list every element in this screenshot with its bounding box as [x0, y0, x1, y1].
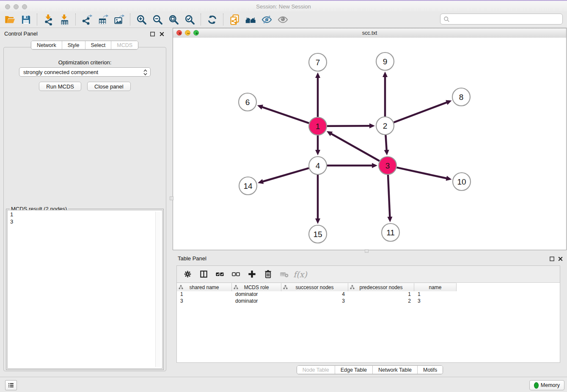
- show-all-button[interactable]: [275, 12, 291, 27]
- open-session-button[interactable]: [2, 12, 18, 27]
- export-network-button[interactable]: [79, 12, 95, 27]
- zoom-selected-button[interactable]: [182, 12, 198, 27]
- graph-node-11[interactable]: 11: [382, 224, 399, 241]
- vertical-splitter-handle[interactable]: [170, 196, 173, 200]
- search-field[interactable]: [440, 14, 563, 25]
- table-cell[interactable]: 2: [348, 298, 414, 305]
- zoom-out-button[interactable]: [149, 12, 165, 27]
- tab-motifs[interactable]: Motifs: [418, 366, 443, 374]
- column-header-name[interactable]: name: [414, 283, 457, 291]
- graph-node-9[interactable]: 9: [376, 52, 394, 70]
- search-icon: [443, 16, 450, 23]
- tab-mcds[interactable]: MCDS: [111, 41, 138, 49]
- graph-edge-2-3[interactable]: [384, 135, 389, 155]
- table-cell[interactable]: 3: [177, 298, 232, 305]
- graph-node-8[interactable]: 8: [452, 88, 470, 106]
- column-header-MCDS-role[interactable]: MCDS role: [232, 283, 281, 291]
- toolbar-separator: [223, 14, 223, 25]
- table-cell[interactable]: 1: [414, 291, 457, 298]
- column-settings-button[interactable]: [181, 268, 195, 281]
- select-all-columns-button[interactable]: [213, 268, 227, 281]
- graph-node-label: 3: [385, 161, 390, 170]
- graph-node-7[interactable]: 7: [309, 53, 327, 71]
- tab-network[interactable]: Network: [31, 41, 62, 49]
- graph-node-2[interactable]: 2: [376, 117, 394, 135]
- graph-edge-1-2[interactable]: [327, 123, 375, 128]
- import-network-button[interactable]: [40, 12, 56, 27]
- memory-button[interactable]: Memory: [529, 380, 564, 390]
- graph-edge-1-7[interactable]: [315, 72, 320, 117]
- horizontal-splitter-handle[interactable]: [365, 249, 369, 253]
- graph-edge-1-4[interactable]: [315, 135, 320, 155]
- control-panel-title: Control Panel: [4, 30, 38, 37]
- graph-node-14[interactable]: 14: [239, 177, 257, 195]
- criterion-select[interactable]: strongly connected component: [19, 67, 151, 77]
- split-table-button[interactable]: [197, 268, 211, 281]
- graph-node-15[interactable]: 15: [309, 225, 327, 243]
- table-cell[interactable]: 1: [177, 291, 232, 298]
- graph-edge-4-15[interactable]: [315, 175, 320, 224]
- run-mcds-button[interactable]: Run MCDS: [39, 82, 81, 91]
- table-cell[interactable]: 1: [348, 291, 414, 298]
- first-neighbors-icon: [245, 14, 256, 25]
- save-session-icon: [20, 14, 32, 25]
- graph-edge-3-10[interactable]: [396, 168, 451, 181]
- export-table-button[interactable]: [95, 12, 111, 27]
- table-cell[interactable]: dominator: [232, 291, 281, 298]
- graph-node-1[interactable]: 1: [309, 117, 327, 135]
- control-panel-tabs: NetworkStyleSelectMCDS: [31, 41, 138, 50]
- network-canvas[interactable]: 7968124314101511: [173, 38, 566, 250]
- close-panel-button[interactable]: Close panel: [87, 82, 131, 91]
- search-input[interactable]: [452, 16, 560, 23]
- graph-node-3[interactable]: 3: [379, 157, 396, 174]
- column-header-successor-nodes[interactable]: successor nodes: [281, 283, 348, 291]
- table-cell[interactable]: 3: [281, 298, 348, 305]
- graph-node-6[interactable]: 6: [239, 93, 256, 111]
- zoom-in-button[interactable]: [133, 12, 149, 27]
- float-panel-icon[interactable]: [149, 30, 156, 37]
- export-image-button[interactable]: [111, 12, 127, 27]
- graph-node-10[interactable]: 10: [453, 173, 471, 190]
- hide-selected-button[interactable]: [259, 12, 275, 27]
- zoom-fit-button[interactable]: [165, 12, 182, 27]
- export-image-icon: [113, 14, 125, 25]
- graph-edge-1-6[interactable]: [257, 105, 309, 123]
- zoom-out-icon: [152, 14, 163, 25]
- tab-network-table[interactable]: Network Table: [373, 366, 418, 374]
- import-table-button[interactable]: [56, 12, 72, 27]
- zoom-selected-icon: [184, 14, 195, 25]
- column-header-shared-name[interactable]: shared name: [177, 283, 232, 291]
- graph-edge-3-1[interactable]: [327, 131, 380, 161]
- tab-select[interactable]: Select: [85, 41, 112, 49]
- graph-edge-3-11[interactable]: [387, 175, 392, 222]
- graph-edge-2-9[interactable]: [383, 72, 388, 116]
- tab-style[interactable]: Style: [62, 41, 85, 49]
- task-history-button[interactable]: [5, 380, 17, 390]
- clone-network-button[interactable]: [226, 12, 242, 27]
- add-column-button[interactable]: [245, 268, 259, 281]
- tab-node-table[interactable]: Node Table: [297, 366, 335, 374]
- table-body: 1dominator4113dominator323: [177, 291, 560, 362]
- mcds-result-text[interactable]: 13: [7, 210, 162, 369]
- table-cell[interactable]: 3: [414, 298, 457, 305]
- apply-layout-button[interactable]: [204, 12, 220, 27]
- graph-edge-4-14[interactable]: [258, 168, 309, 184]
- column-header-predecessor-nodes[interactable]: predecessor nodes: [348, 283, 414, 291]
- close-table-panel-icon[interactable]: [557, 255, 564, 262]
- delete-columns-button[interactable]: [261, 268, 275, 281]
- first-neighbors-button[interactable]: [242, 12, 259, 27]
- table-cell[interactable]: 4: [281, 291, 348, 298]
- graph-edge-2-8[interactable]: [394, 100, 452, 122]
- graph-node-4[interactable]: 4: [309, 157, 327, 174]
- close-panel-icon[interactable]: [158, 30, 165, 37]
- unselect-all-columns-button[interactable]: [229, 268, 243, 281]
- table-row[interactable]: 3dominator323: [177, 298, 560, 305]
- table-row[interactable]: 1dominator411: [177, 291, 560, 298]
- network-window-titlebar[interactable]: scc.txt: [173, 28, 566, 38]
- tab-edge-table[interactable]: Edge Table: [335, 366, 373, 374]
- table-cell[interactable]: dominator: [232, 298, 281, 305]
- float-table-panel-icon[interactable]: [548, 255, 555, 262]
- result-scrollbar[interactable]: [155, 212, 161, 367]
- save-session-button[interactable]: [18, 12, 34, 27]
- graph-edge-4-3[interactable]: [327, 163, 377, 168]
